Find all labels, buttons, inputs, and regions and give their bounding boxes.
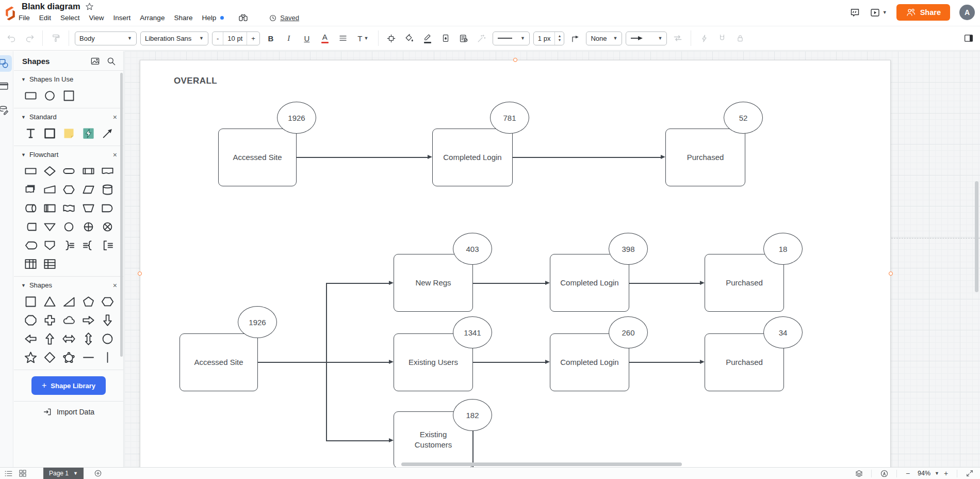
off-page-connector-shape[interactable] xyxy=(40,236,59,254)
accessibility-icon[interactable] xyxy=(877,468,891,479)
pentagon-shape[interactable] xyxy=(79,292,98,311)
cross-shape[interactable] xyxy=(40,311,59,329)
connector-type-button[interactable] xyxy=(568,31,582,45)
arrow-right-shape[interactable] xyxy=(79,311,98,329)
square-shape[interactable] xyxy=(21,292,40,311)
page-list-icon[interactable] xyxy=(1,468,15,479)
italic-button[interactable]: I xyxy=(282,31,296,45)
delay-shape[interactable] xyxy=(98,199,117,217)
rail-data-icon[interactable] xyxy=(0,102,12,118)
merge-shape[interactable] xyxy=(40,217,59,236)
avatar[interactable]: A xyxy=(959,5,975,20)
font-size-value[interactable]: 10 pt xyxy=(223,32,247,45)
manual-operation-shape[interactable] xyxy=(79,199,98,217)
add-page-button[interactable] xyxy=(91,468,105,479)
paper-tape-shape[interactable] xyxy=(59,199,78,217)
collapse-caret-icon[interactable]: ▼ xyxy=(21,77,26,82)
edge[interactable] xyxy=(326,283,389,284)
redo-button[interactable] xyxy=(22,31,37,45)
font-family-dropdown[interactable]: Liberation Sans▼ xyxy=(140,31,208,45)
badge-purchased-1[interactable]: 52 xyxy=(724,102,763,134)
badge-completed-login-2[interactable]: 398 xyxy=(609,233,648,265)
arrow-up-shape[interactable] xyxy=(40,329,59,348)
multiple-documents-shape[interactable] xyxy=(21,180,40,199)
save-status[interactable]: Saved xyxy=(269,14,299,22)
node-completed-login-1[interactable]: Completed Login xyxy=(432,129,513,186)
magnetize-button[interactable] xyxy=(715,31,729,45)
insert-image-icon[interactable] xyxy=(90,56,100,66)
arrow-down-shape[interactable] xyxy=(98,311,117,329)
notes-button[interactable] xyxy=(456,31,471,45)
edge[interactable] xyxy=(257,362,389,363)
collapse-caret-icon[interactable]: ▼ xyxy=(21,152,26,157)
predefined-process-shape[interactable] xyxy=(79,162,98,180)
manual-input-shape[interactable] xyxy=(40,180,59,199)
stored-data-shape[interactable] xyxy=(21,217,40,236)
badge-completed-login-3[interactable]: 260 xyxy=(609,316,648,348)
zoom-in-button[interactable]: + xyxy=(940,469,952,477)
edge[interactable] xyxy=(326,283,327,441)
collapse-caret-icon[interactable]: ▼ xyxy=(21,283,26,288)
badge-accessed-site-2[interactable]: 1926 xyxy=(238,306,277,338)
process-shape[interactable] xyxy=(21,162,40,180)
actions-lightning-button[interactable] xyxy=(697,31,711,45)
rail-shapes-icon[interactable] xyxy=(0,55,12,72)
annotation-right-shape[interactable] xyxy=(59,236,78,254)
close-section-icon[interactable]: × xyxy=(113,114,117,121)
import-data-button[interactable]: Import Data xyxy=(14,402,123,422)
bold-button[interactable]: B xyxy=(264,31,278,45)
layers-icon[interactable] xyxy=(852,468,866,479)
node-new-regs[interactable]: New Regs xyxy=(394,254,473,312)
binoculars-icon[interactable] xyxy=(238,13,248,23)
edge[interactable] xyxy=(629,283,700,284)
internal-storage-shape[interactable] xyxy=(40,199,59,217)
zoom-out-button[interactable]: − xyxy=(902,469,913,477)
badge-accessed-site-1[interactable]: 1926 xyxy=(277,102,316,134)
summing-junction-shape[interactable] xyxy=(98,217,117,236)
sticky-note-shape[interactable] xyxy=(59,124,78,142)
database-shape[interactable] xyxy=(98,180,117,199)
text-options-button[interactable]: T▼ xyxy=(354,31,372,45)
edge[interactable] xyxy=(296,157,428,158)
line-color-button[interactable] xyxy=(420,31,435,45)
arrow-start-dropdown[interactable]: None▼ xyxy=(586,31,622,45)
page-tab[interactable]: Page 1▼ xyxy=(43,468,84,479)
arrow-line-shape[interactable] xyxy=(98,124,117,142)
overall-heading-text[interactable]: OVERALL xyxy=(174,76,217,86)
document-title[interactable]: Blank diagram xyxy=(22,2,80,11)
collapse-caret-icon[interactable]: ▼ xyxy=(21,115,26,120)
vertical-line-shape[interactable] xyxy=(98,348,117,366)
octagon-shape[interactable] xyxy=(21,311,40,329)
edge[interactable] xyxy=(326,440,389,441)
node-accessed-site-1[interactable]: Accessed Site xyxy=(218,129,297,186)
present-caret-icon[interactable]: ▼ xyxy=(883,10,887,15)
annotation-left-shape[interactable] xyxy=(79,236,98,254)
present-button[interactable]: ▼ xyxy=(870,7,887,18)
edge[interactable] xyxy=(473,362,546,363)
data-shape[interactable] xyxy=(79,180,98,199)
panel-scrollbar[interactable] xyxy=(120,73,123,357)
rectangle-shape[interactable] xyxy=(40,124,59,142)
fill-color-button[interactable] xyxy=(402,31,417,45)
position-button[interactable] xyxy=(384,31,399,45)
badge-new-regs[interactable]: 403 xyxy=(453,233,492,265)
right-panel-toggle-icon[interactable] xyxy=(961,31,976,45)
style-preset-dropdown[interactable]: Body▼ xyxy=(75,31,137,45)
underline-button[interactable]: U xyxy=(300,31,314,45)
vertical-scrollbar[interactable] xyxy=(975,181,978,292)
lightning-block-shape[interactable] xyxy=(79,124,98,142)
text-color-button[interactable]: A xyxy=(318,31,332,45)
undo-button[interactable] xyxy=(4,31,19,45)
swap-endpoints-button[interactable] xyxy=(671,31,685,45)
magic-wand-button[interactable] xyxy=(475,31,489,45)
arrow-left-shape[interactable] xyxy=(21,329,40,348)
edge[interactable] xyxy=(472,431,473,467)
badge-existing-customers[interactable]: 182 xyxy=(453,399,492,431)
node-accessed-site-2[interactable]: Accessed Site xyxy=(179,333,258,391)
page-tab-caret-icon[interactable]: ▼ xyxy=(73,471,78,476)
font-size-decrease[interactable]: - xyxy=(213,32,223,45)
menu-help[interactable]: Help xyxy=(202,14,216,22)
hexagon-shape[interactable] xyxy=(98,292,117,311)
badge-purchased-2[interactable]: 18 xyxy=(763,233,803,265)
cloud-shape[interactable] xyxy=(59,311,78,329)
